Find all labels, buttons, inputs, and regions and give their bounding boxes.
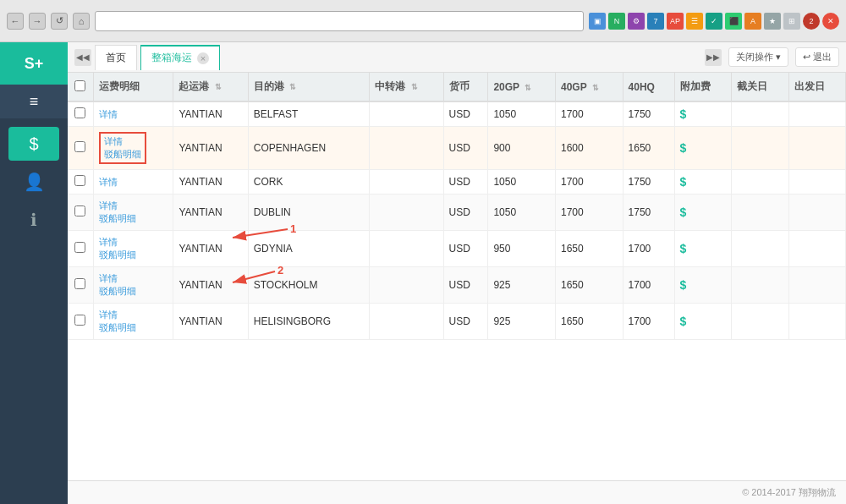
detail-link[interactable]: 详情	[99, 236, 168, 249]
currency-cell: USD	[443, 101, 488, 127]
detail-link[interactable]: 详情	[99, 309, 168, 321]
transit-cell	[370, 127, 443, 170]
col-cutoff: 截关日	[732, 73, 788, 101]
fee-cell[interactable]: $	[674, 194, 731, 231]
ext-icon-11: ⊞	[783, 13, 800, 30]
dest-cell: GDYNIA	[248, 231, 370, 267]
dest-cell: BELFAST	[248, 101, 370, 127]
cutoff-cell	[732, 127, 788, 170]
freight-table: 运费明细 起运港 ⇅ 目的港 ⇅ 中转港 ⇅ 货币 20GP ⇅ 40GP ⇅ …	[68, 73, 846, 340]
detail-link[interactable]: 详情	[99, 272, 168, 285]
origin-cell: YANTIAN	[173, 170, 248, 194]
ext-icon-4: 7	[647, 13, 664, 30]
detail-link[interactable]: 详情	[99, 200, 168, 212]
vessel-link[interactable]: 驳船明细	[99, 285, 168, 298]
exit-button[interactable]: ↩ 退出	[795, 47, 839, 67]
tab-bar-right: ▶▶ 关闭操作 ▾ ↩ 退出	[705, 47, 839, 67]
col-currency: 货币	[443, 73, 488, 101]
currency-cell: USD	[443, 304, 488, 340]
sort-transit[interactable]: ⇅	[411, 83, 418, 91]
col-40gp: 40GP ⇅	[555, 73, 623, 101]
sidebar-item-users[interactable]: 👤	[8, 165, 59, 199]
col-20gp: 20GP ⇅	[488, 73, 556, 101]
select-all-checkbox[interactable]	[74, 80, 85, 91]
fee-cell[interactable]: $	[674, 231, 731, 267]
ext-icon-8: ⬛	[725, 13, 742, 30]
row-checkbox[interactable]	[74, 315, 85, 326]
row-checkbox[interactable]	[74, 205, 85, 216]
detail-highlighted: 详情 驳船明细	[99, 132, 146, 164]
tab-prev-button[interactable]: ◀◀	[74, 49, 91, 66]
cutoff-cell	[732, 231, 788, 267]
currency-cell: USD	[443, 127, 488, 170]
gp40-cell: 1600	[555, 127, 623, 170]
fee-dollar: $	[680, 175, 687, 189]
fee-cell[interactable]: $	[674, 267, 731, 304]
row-checkbox[interactable]	[74, 175, 85, 186]
tab-close-button[interactable]: ×	[197, 52, 209, 64]
exit-icon: ↩	[803, 52, 810, 63]
sidebar-hamburger[interactable]: ≡	[0, 85, 68, 118]
detail-link[interactable]: 详情	[104, 135, 141, 148]
sort-origin[interactable]: ⇅	[215, 83, 222, 91]
vessel-link[interactable]: 驳船明细	[99, 321, 168, 334]
transit-cell	[370, 267, 443, 304]
sort-20gp[interactable]: ⇅	[525, 84, 531, 92]
tab-next-button[interactable]: ▶▶	[705, 49, 722, 66]
detail-link[interactable]: 详情	[99, 108, 168, 121]
sidebar: S+ ≡ $ 👤 ℹ	[0, 42, 68, 504]
tab-home[interactable]: 首页	[95, 45, 137, 70]
cutoff-cell	[732, 267, 788, 304]
transit-cell	[370, 231, 443, 267]
dest-cell: STOCKHOLM	[248, 267, 370, 304]
vessel-link[interactable]: 驳船明细	[99, 212, 168, 225]
sort-dest[interactable]: ⇅	[289, 83, 296, 91]
col-fee: 附加费	[674, 73, 731, 101]
row-checkbox[interactable]	[74, 107, 85, 118]
cutoff-cell	[732, 194, 788, 231]
hq40-cell: 1700	[623, 267, 674, 304]
col-checkbox	[68, 73, 93, 101]
fee-dollar: $	[680, 205, 687, 219]
vessel-link[interactable]: 驳船明细	[99, 249, 168, 261]
dest-cell: CORK	[248, 170, 370, 194]
fee-cell[interactable]: $	[674, 101, 731, 127]
vessel-link[interactable]: 驳船明细	[104, 148, 141, 161]
fee-cell[interactable]: $	[674, 127, 731, 170]
reload-button[interactable]: ↺	[51, 13, 68, 30]
row-checkbox[interactable]	[74, 242, 85, 253]
ext-icon-2: N	[608, 13, 625, 30]
table-row: 详情驳船明细YANTIANHELISINGBORGUSD92516501700$	[68, 304, 846, 340]
sort-40gp[interactable]: ⇅	[592, 84, 599, 92]
sidebar-logo[interactable]: S+	[0, 42, 68, 85]
tab-active-label: 整箱海运	[151, 51, 192, 65]
table-row: 详情驳船明细YANTIANSTOCKHOLMUSD92516501700$	[68, 267, 846, 304]
home-button[interactable]: ⌂	[73, 13, 90, 30]
gp20-cell: 925	[488, 267, 556, 304]
origin-cell: YANTIAN	[173, 231, 248, 267]
row-checkbox[interactable]	[74, 278, 85, 289]
table-header-row: 运费明细 起运港 ⇅ 目的港 ⇅ 中转港 ⇅ 货币 20GP ⇅ 40GP ⇅ …	[68, 73, 846, 101]
gp20-cell: 950	[488, 231, 556, 267]
transit-cell	[370, 101, 443, 127]
tab-home-label: 首页	[106, 51, 126, 65]
ext-icon-close: ✕	[822, 13, 839, 30]
hq40-cell: 1750	[623, 101, 674, 127]
address-bar[interactable]	[95, 11, 584, 31]
detail-link[interactable]: 详情	[99, 176, 168, 189]
transit-cell	[370, 194, 443, 231]
fee-cell[interactable]: $	[674, 170, 731, 194]
table-row: 详情YANTIANBELFASTUSD105017001750$	[68, 101, 846, 127]
row-checkbox[interactable]	[74, 141, 85, 152]
app-container: S+ ≡ $ 👤 ℹ ◀◀ 首页 整箱海运 × ▶▶ 关闭操作	[0, 42, 846, 504]
sidebar-item-info[interactable]: ℹ	[8, 203, 59, 237]
departure-cell	[788, 304, 846, 340]
sidebar-item-finance[interactable]: $	[8, 127, 59, 161]
tab-active-container[interactable]: 整箱海运 ×	[140, 45, 220, 70]
gp40-cell: 1650	[555, 304, 623, 340]
departure-cell	[788, 231, 846, 267]
fee-cell[interactable]: $	[674, 304, 731, 340]
forward-button[interactable]: →	[29, 13, 46, 30]
close-ops-button[interactable]: 关闭操作 ▾	[728, 47, 788, 67]
back-button[interactable]: ←	[7, 13, 24, 30]
